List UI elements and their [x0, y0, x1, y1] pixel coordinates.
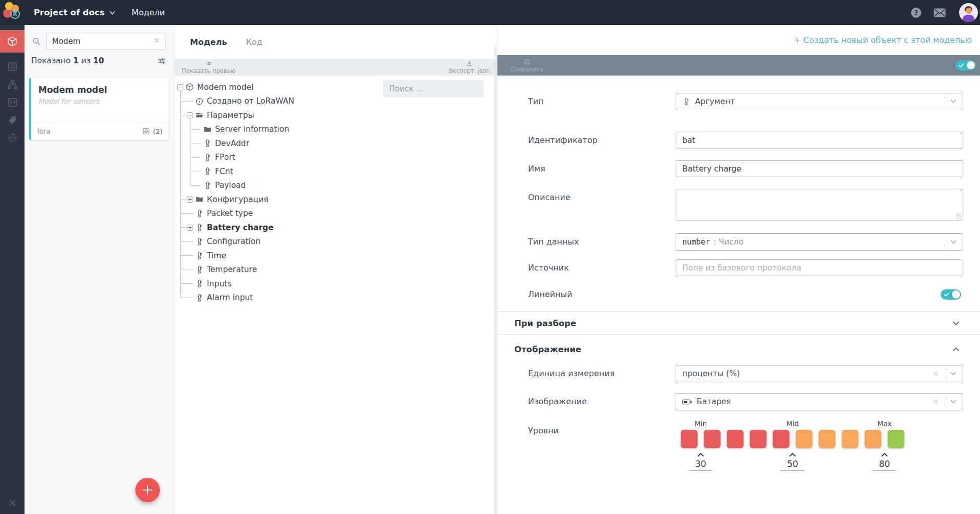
identifier-input[interactable]: [676, 132, 963, 149]
nav-models[interactable]: Модели: [132, 8, 165, 17]
data-type-label: Тип данных: [528, 233, 676, 251]
resize-handle[interactable]: [957, 214, 962, 219]
unit-select[interactable]: проценты (%) ✕: [676, 365, 963, 382]
tree-node-devaddr[interactable]: DevAddr: [175, 136, 379, 151]
toggle-knob: [967, 61, 975, 69]
level-swatch[interactable]: [681, 430, 698, 448]
models-search-input[interactable]: [46, 33, 165, 50]
tree-expander-minus-icon[interactable]: −: [187, 112, 193, 118]
save-button[interactable]: Сохранить: [511, 58, 544, 73]
tree-node-time[interactable]: Time: [175, 249, 379, 263]
tree-expander-spacer: [187, 253, 193, 259]
model-card[interactable]: Modem model Model for sensors lora (2): [29, 78, 169, 140]
tree-node-alarm-input[interactable]: Alarm input: [175, 291, 379, 305]
tree-search-input[interactable]: [383, 80, 484, 97]
floppy-icon: [523, 58, 531, 65]
section-display[interactable]: Отображение: [497, 335, 980, 363]
chevron-down-icon[interactable]: [950, 372, 957, 376]
tree-node-label: Inputs: [207, 279, 231, 288]
model-card-subtitle: Model for sensors: [31, 95, 169, 105]
sidebar-item-tags[interactable]: [0, 111, 25, 129]
tab-code[interactable]: Код: [246, 37, 262, 47]
tools-button[interactable]: [0, 498, 25, 508]
source-input[interactable]: [676, 259, 963, 276]
tree-expander-minus-icon[interactable]: −: [177, 84, 183, 90]
folder-icon: [203, 125, 212, 134]
linear-toggle[interactable]: [941, 289, 961, 300]
sidebar-item-automata[interactable]: [0, 76, 25, 93]
tree-node-server-information[interactable]: Server information: [175, 123, 379, 137]
tree-node-создано-от-lorawan[interactable]: Создано от LoRaWAN: [175, 94, 379, 109]
sidebar-item-network[interactable]: [0, 129, 25, 147]
square-circle-icon: [7, 61, 18, 72]
level-value-input[interactable]: 30: [689, 459, 712, 471]
tree-node-temperature[interactable]: Temperature: [175, 263, 379, 277]
tree-branch-line: [180, 199, 187, 200]
filter-icon[interactable]: [157, 56, 166, 66]
level-swatch[interactable]: [819, 430, 835, 448]
argument-icon: [682, 97, 690, 106]
type-label: Тип: [528, 93, 676, 110]
level-swatch[interactable]: [773, 430, 790, 448]
tree-node-label: Создано от LoRaWAN: [207, 96, 294, 106]
chevron-up-icon: [952, 347, 960, 352]
add-model-button[interactable]: [135, 478, 160, 502]
level-swatch[interactable]: [727, 430, 744, 448]
tree-node-battery-charge[interactable]: +Battery charge: [175, 221, 379, 235]
tree-node-modem-model[interactable]: −Modem model: [175, 80, 379, 94]
clear-search-icon[interactable]: ✕: [152, 36, 161, 45]
section-parsing[interactable]: При разборе: [497, 312, 980, 334]
level-swatch[interactable]: [842, 430, 858, 448]
tree-expander-spacer: [195, 140, 201, 146]
tree-node-inputs[interactable]: Inputs: [175, 277, 379, 291]
image-select[interactable]: Батарея ✕: [676, 393, 963, 410]
export-json-button[interactable]: Экспорт .json: [441, 59, 497, 76]
tree-node-fport[interactable]: FPort: [175, 151, 379, 165]
show-preview-button[interactable]: Показать превью: [175, 59, 243, 76]
create-object-link[interactable]: + Создать новый объект с этой моделью: [794, 35, 972, 45]
level-swatch[interactable]: [750, 430, 767, 448]
mail-icon[interactable]: [934, 8, 946, 17]
user-avatar[interactable]: [959, 3, 978, 22]
level-value-input[interactable]: 80: [873, 459, 896, 471]
tree-expander-spacer: [195, 182, 201, 188]
argument-icon: [203, 139, 212, 148]
level-swatch[interactable]: [888, 430, 904, 448]
tree-node-packet-type[interactable]: Packet type: [175, 207, 379, 221]
chevron-down-icon[interactable]: [950, 400, 957, 404]
level-swatch[interactable]: [704, 430, 721, 448]
clear-icon[interactable]: ✕: [931, 370, 940, 378]
app-logo-icon[interactable]: R: [0, 0, 25, 25]
tab-model[interactable]: Модель: [190, 37, 227, 47]
level-marker-label: Min: [695, 420, 707, 428]
help-icon[interactable]: ?: [911, 8, 921, 18]
search-icon: [32, 37, 41, 46]
clear-icon[interactable]: ✕: [931, 398, 940, 406]
level-swatch[interactable]: [865, 430, 881, 448]
tree-expander-plus-icon[interactable]: +: [187, 225, 193, 231]
chevron-down-icon[interactable]: [950, 100, 957, 104]
argument-enabled-toggle[interactable]: [955, 60, 976, 70]
type-select[interactable]: Аргумент: [676, 93, 963, 110]
tree-expander-plus-icon[interactable]: +: [187, 197, 193, 203]
project-selector[interactable]: Project of docs: [34, 8, 114, 17]
tree-node-configuration[interactable]: Configuration: [175, 235, 379, 249]
level-value-input[interactable]: 50: [781, 459, 804, 471]
image-label: Изображение: [528, 393, 676, 410]
description-textarea[interactable]: [676, 189, 963, 221]
tree-node-label: DevAddr: [215, 139, 249, 148]
tree-node-параметры[interactable]: −Параметры: [175, 108, 379, 123]
data-type-select[interactable]: number : Число: [676, 233, 963, 251]
sidebar-item-handlers[interactable]: [0, 93, 25, 111]
chevron-down-icon[interactable]: [950, 240, 957, 244]
description-label: Описание: [528, 189, 676, 206]
sidebar-item-objects[interactable]: [0, 58, 25, 76]
tree-node-fcnt[interactable]: FCnt: [175, 164, 379, 179]
cube-icon: [185, 83, 194, 91]
tree-node-конфигурация[interactable]: +Конфигурация: [175, 192, 379, 207]
sidebar-item-models[interactable]: [0, 30, 25, 53]
argument-icon: [195, 293, 204, 302]
level-swatch[interactable]: [796, 430, 812, 448]
tree-node-payload[interactable]: Payload: [175, 179, 379, 193]
name-input[interactable]: [676, 160, 963, 177]
